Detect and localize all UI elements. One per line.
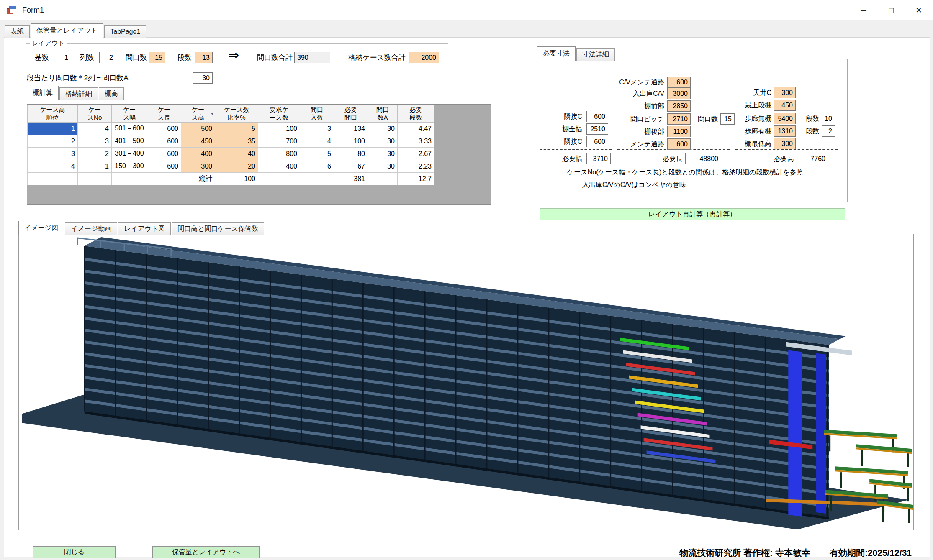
dim-value-input[interactable] — [586, 111, 608, 122]
total-cases-input[interactable] — [409, 52, 439, 63]
table-cell[interactable]: 2.23 — [398, 160, 434, 173]
table-cell[interactable]: 2 — [78, 148, 112, 160]
close-window-button[interactable]: ✕ — [905, 0, 933, 20]
dim-value-input[interactable] — [586, 136, 608, 147]
table-cell[interactable]: 4 — [300, 135, 334, 148]
storage-layout-nav-button[interactable]: 保管量とレイアウトへ — [152, 546, 260, 558]
table-cell[interactable]: 67 — [334, 160, 368, 173]
table-cell[interactable]: 401－500 — [112, 135, 147, 148]
tab-dims-detail[interactable]: 寸法詳細 — [576, 48, 615, 61]
close-button[interactable]: 閉じる — [33, 546, 116, 558]
table-cell[interactable]: 6 — [300, 160, 334, 173]
total-openings-input[interactable] — [294, 52, 330, 63]
table-cell[interactable]: 3 — [28, 148, 78, 160]
dim-value-input[interactable] — [774, 125, 796, 137]
table-cell[interactable]: 100 — [334, 135, 368, 148]
column-header-rank[interactable]: ケース高 順位 — [28, 105, 78, 123]
table-cell[interactable]: 450 — [181, 135, 215, 148]
table-cell[interactable]: 30 — [368, 123, 398, 135]
table-cell[interactable]: 4.47 — [398, 123, 434, 135]
maximize-button[interactable]: □ — [877, 0, 905, 20]
table-cell[interactable]: 20 — [215, 160, 258, 173]
table-cell[interactable]: 40 — [215, 148, 258, 160]
table-cell[interactable]: 600 — [147, 148, 181, 160]
tab-storage-and-layout[interactable]: 保管量とレイアウト — [31, 23, 103, 38]
opening-count-input[interactable] — [149, 52, 165, 63]
level-count-input[interactable] — [195, 52, 213, 63]
tab-image-view[interactable]: イメージ図 — [18, 221, 64, 235]
dim-value-input[interactable] — [667, 138, 691, 150]
tab-shelf-calc[interactable]: 棚計算 — [27, 86, 59, 100]
column-header-per-opening[interactable]: 間口 入数 — [300, 105, 334, 123]
table-cell[interactable]: 500 — [181, 123, 215, 135]
table-cell[interactable]: 3 — [300, 123, 334, 135]
column-header-required-cases[interactable]: 要求ケ ース数 — [258, 105, 300, 123]
table-cell[interactable]: 4 — [28, 160, 78, 173]
tab-layout-diagram[interactable]: レイアウト図 — [118, 222, 171, 235]
dim-value-input[interactable] — [667, 126, 691, 137]
table-cell[interactable]: 100 — [258, 123, 300, 135]
tab-storage-detail[interactable]: 格納詳細 — [59, 87, 98, 100]
table-cell[interactable]: 35 — [215, 135, 258, 148]
required-height-value[interactable] — [797, 153, 828, 164]
table-cell[interactable]: 300 — [181, 160, 215, 173]
table-cell[interactable]: 30 — [368, 160, 398, 173]
recalculate-layout-button[interactable]: レイアウト再計算（再計算） — [540, 208, 845, 220]
column-header-case-no[interactable]: ケー スNo — [78, 105, 112, 123]
dim-value-input[interactable] — [774, 113, 796, 124]
table-cell[interactable]: 2 — [28, 135, 78, 148]
dim-value-input[interactable] — [822, 125, 835, 137]
column-header-case-width[interactable]: ケー ス幅 — [112, 105, 147, 123]
column-header-case-height[interactable]: ケー ス高▼ — [181, 105, 215, 123]
column-count-input[interactable] — [99, 52, 116, 63]
table-cell[interactable]: 3 — [78, 135, 112, 148]
column-header-required-levels[interactable]: 必要 段数 — [398, 105, 434, 123]
table-cell[interactable]: 600 — [147, 123, 181, 135]
tab-image-video[interactable]: イメージ動画 — [65, 222, 117, 235]
required-width-value[interactable] — [586, 153, 611, 164]
tab-tabpage1[interactable]: TabPage1 — [104, 25, 146, 38]
dim-value-input[interactable] — [774, 100, 796, 111]
table-cell[interactable]: 5 — [215, 123, 258, 135]
column-header-ratio[interactable]: ケース数 比率% — [215, 105, 258, 123]
table-cell[interactable]: 134 — [334, 123, 368, 135]
table-cell[interactable]: 1 — [28, 123, 78, 135]
table-cell[interactable]: 3.33 — [398, 135, 434, 148]
tab-cover[interactable]: 表紙 — [5, 25, 30, 38]
dim-value-input[interactable] — [774, 138, 796, 149]
table-cell[interactable]: 800 — [258, 148, 300, 160]
tab-required-dims[interactable]: 必要寸法 — [537, 46, 576, 61]
table-cell[interactable]: 1 — [78, 160, 112, 173]
dim-value-input[interactable] — [667, 77, 691, 88]
table-cell[interactable]: 30 — [368, 148, 398, 160]
column-header-case-length[interactable]: ケー ス長 — [147, 105, 181, 123]
base-count-input[interactable] — [53, 52, 71, 63]
tab-opening-height-storage[interactable]: 間口高と間口ケース保管数 — [172, 222, 264, 235]
dim-value-input[interactable] — [667, 88, 691, 99]
table-cell[interactable]: 2.67 — [398, 148, 434, 160]
dim-value-input[interactable] — [667, 113, 691, 125]
dim-value-input[interactable] — [586, 123, 608, 135]
table-cell[interactable]: 5 — [300, 148, 334, 160]
tab-shelf-height[interactable]: 棚高 — [99, 87, 124, 100]
dim-value-input[interactable] — [774, 87, 796, 98]
table-cell[interactable]: 80 — [334, 148, 368, 160]
required-length-value[interactable] — [685, 153, 721, 164]
titlebar[interactable]: Form1 ─ □ ✕ — [0, 0, 933, 20]
table-cell[interactable]: 400 — [258, 160, 300, 173]
column-header-required-openings[interactable]: 必要 間口 — [334, 105, 368, 123]
table-cell[interactable]: 4 — [78, 123, 112, 135]
openings-a-input[interactable] — [193, 72, 213, 84]
column-header-openings-a[interactable]: 間口 数A — [368, 105, 398, 123]
dim-value-input[interactable] — [667, 100, 691, 112]
table-cell[interactable]: 150－300 — [112, 160, 147, 173]
table-cell[interactable]: 600 — [147, 160, 181, 173]
minimize-button[interactable]: ─ — [850, 0, 877, 20]
table-cell[interactable]: 501－600 — [112, 123, 147, 135]
table-cell[interactable]: 301－400 — [112, 148, 147, 160]
table-cell[interactable]: 400 — [181, 148, 215, 160]
table-cell[interactable]: 30 — [368, 135, 398, 148]
dim-value-input[interactable] — [822, 113, 835, 124]
table-cell[interactable]: 700 — [258, 135, 300, 148]
table-cell[interactable]: 600 — [147, 135, 181, 148]
